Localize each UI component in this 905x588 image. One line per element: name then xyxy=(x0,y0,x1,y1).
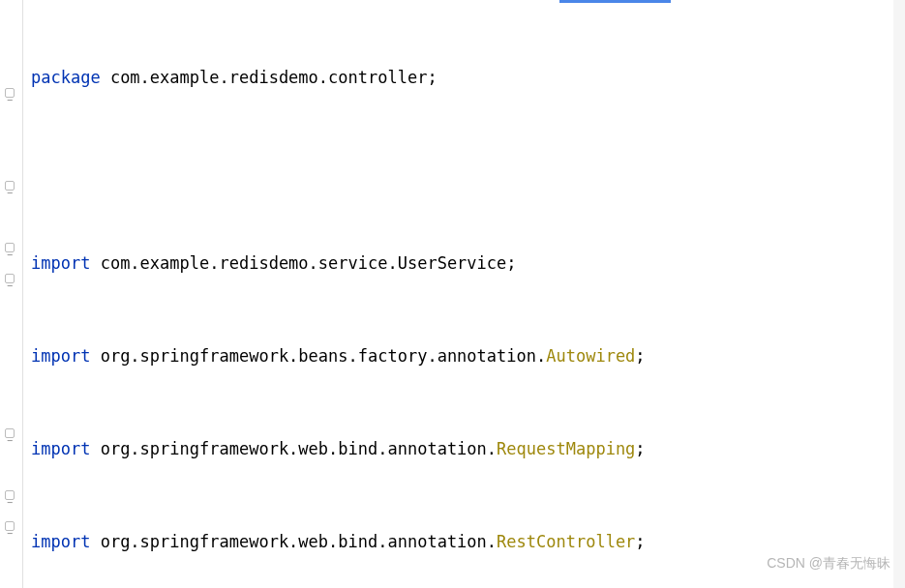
fold-marker[interactable] xyxy=(2,426,17,441)
class-name: RestController xyxy=(497,532,635,551)
fold-marker[interactable] xyxy=(2,240,17,255)
import-path: org.springframework.web.bind.annotation. xyxy=(90,439,497,458)
keyword: package xyxy=(31,68,101,87)
code-line[interactable]: package com.example.redisdemo.controller… xyxy=(27,62,905,93)
fold-marker[interactable] xyxy=(2,518,17,534)
keyword: import xyxy=(31,532,90,551)
class-name: Autowired xyxy=(546,346,635,366)
fold-marker[interactable] xyxy=(2,85,17,101)
package-path: com.example.redisdemo.controller; xyxy=(101,68,437,87)
semicolon: ; xyxy=(635,346,645,366)
code-line[interactable] xyxy=(27,155,905,186)
code-area[interactable]: package com.example.redisdemo.controller… xyxy=(23,0,905,588)
import-path: org.springframework.web.bind.annotation. xyxy=(90,532,497,551)
class-name: RequestMapping xyxy=(497,439,635,458)
scrollbar[interactable] xyxy=(893,0,905,588)
keyword: import xyxy=(31,253,90,273)
semicolon: ; xyxy=(635,532,645,551)
code-line[interactable]: import com.example.redisdemo.service.Use… xyxy=(27,248,905,279)
fold-marker[interactable] xyxy=(2,178,17,193)
gutter[interactable] xyxy=(0,0,23,588)
fold-marker[interactable] xyxy=(2,487,17,503)
keyword: import xyxy=(31,439,90,458)
code-line[interactable]: import org.springframework.beans.factory… xyxy=(27,340,905,371)
code-editor[interactable]: package com.example.redisdemo.controller… xyxy=(0,0,905,588)
keyword: import xyxy=(31,346,90,366)
import-path: com.example.redisdemo.service.UserServic… xyxy=(90,253,516,273)
watermark: CSDN @青春无悔昧 xyxy=(767,547,890,578)
code-line[interactable]: import org.springframework.web.bind.anno… xyxy=(27,433,905,464)
semicolon: ; xyxy=(635,439,645,458)
import-path: org.springframework.beans.factory.annota… xyxy=(90,346,546,366)
fold-marker[interactable] xyxy=(2,271,17,286)
